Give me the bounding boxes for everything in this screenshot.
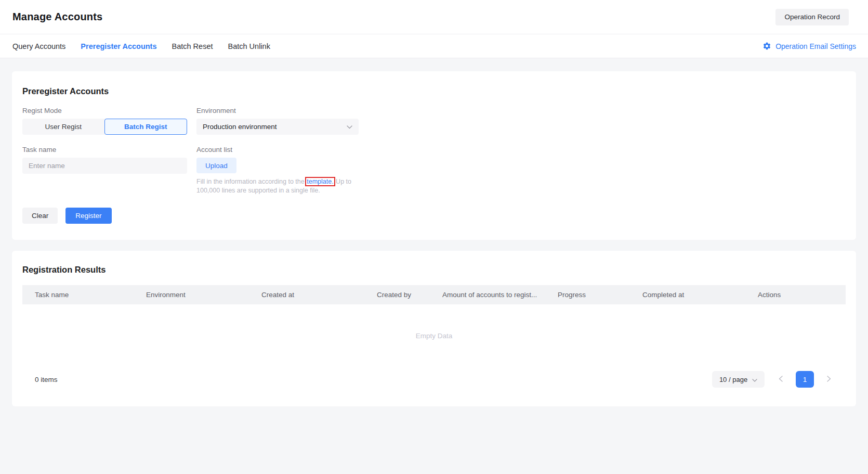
total-items-text: 0 items [35,376,58,383]
page-size-value: 10 / page [719,376,747,383]
email-settings-label: Operation Email Settings [775,42,856,50]
tab-query-accounts[interactable]: Query Accounts [12,34,65,58]
results-card-title: Registration Results [22,265,846,275]
page-content: Preregister Accounts Regist Mode User Re… [0,58,868,406]
col-actions: Actions [749,291,846,299]
preregister-card-title: Preregister Accounts [22,86,846,96]
pagination-row: 0 items 10 / page 1 [22,371,846,388]
gear-icon [762,42,771,50]
tab-bar: Query Accounts Preregister Accounts Batc… [0,34,868,58]
preregister-form: Regist Mode User Regist Batch Regist Env… [22,107,846,195]
col-task-name: Task name [22,291,138,299]
account-list-label: Account list [196,146,363,153]
chevron-right-icon [827,375,831,384]
form-actions: Clear Register [22,208,846,224]
registration-results-card: Registration Results Task name Environme… [12,251,856,406]
annotation-box: template. [306,178,334,185]
environment-select[interactable]: Production environment [196,119,359,135]
regist-mode-segmented-control: User Regist Batch Regist [22,119,187,135]
task-name-label: Task name [22,146,187,153]
col-completed-at: Completed at [634,291,749,299]
col-progress: Progress [549,291,634,299]
user-regist-option[interactable]: User Regist [22,119,104,135]
page-1-button[interactable]: 1 [796,371,814,388]
tab-batch-unlink[interactable]: Batch Unlink [228,34,270,58]
chevron-down-icon [347,123,352,131]
environment-select-value: Production environment [203,123,277,131]
pagination-controls: 10 / page 1 [712,371,846,388]
hint-prefix: Fill in the information according to the [196,178,306,185]
operation-email-settings-link[interactable]: Operation Email Settings [762,42,856,50]
regist-mode-label: Regist Mode [22,107,187,114]
clear-button[interactable]: Clear [22,208,58,224]
upload-button[interactable]: Upload [196,158,236,173]
next-page-button[interactable] [827,375,831,384]
page-title: Manage Accounts [12,11,102,23]
col-created-by: Created by [369,291,434,299]
environment-label: Environment [196,107,363,114]
app-header: Manage Accounts Operation Record [0,0,868,34]
chevron-left-icon [779,375,783,384]
previous-page-button[interactable] [779,375,783,384]
col-environment: Environment [138,291,253,299]
col-amount: Amount of accounts to regist... [434,291,549,299]
task-name-input[interactable] [22,158,187,174]
col-created-at: Created at [253,291,369,299]
chevron-down-icon [752,376,757,383]
results-table-header: Task name Environment Created at Created… [22,285,846,304]
tab-batch-reset[interactable]: Batch Reset [172,34,213,58]
upload-hint-text: Fill in the information according to the… [196,177,352,195]
batch-regist-option[interactable]: Batch Regist [104,119,188,135]
tab-list: Query Accounts Preregister Accounts Batc… [12,34,270,58]
template-link[interactable]: template. [307,178,333,185]
preregister-accounts-card: Preregister Accounts Regist Mode User Re… [12,71,856,240]
page-size-select[interactable]: 10 / page [712,371,765,388]
operation-record-button[interactable]: Operation Record [775,9,849,25]
register-button[interactable]: Register [65,208,111,224]
tab-preregister-accounts[interactable]: Preregister Accounts [81,34,156,58]
empty-state-text: Empty Data [416,332,453,340]
empty-state: Empty Data [22,304,846,367]
